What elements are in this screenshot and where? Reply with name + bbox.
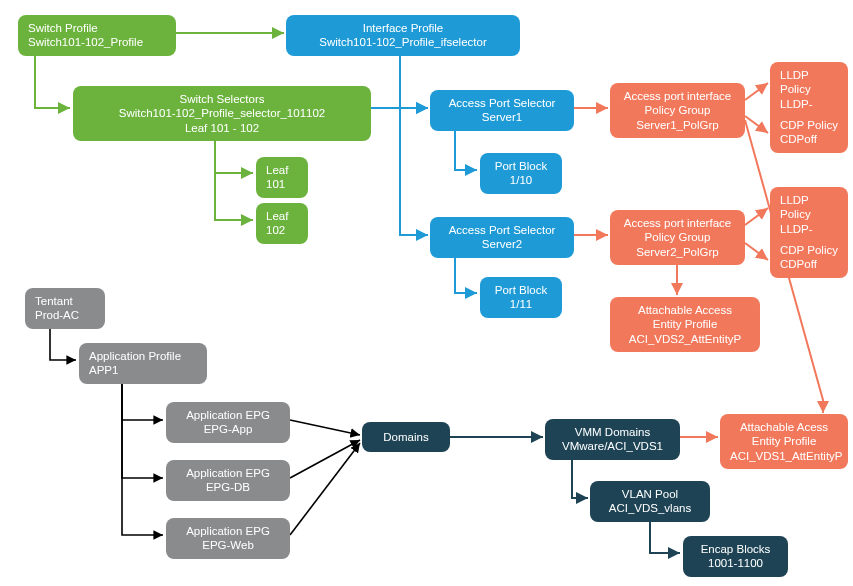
l2: CDPoff [780,257,838,271]
l1: VMM Domains [555,425,670,439]
encap-blocks: Encap Blocks 1001-1100 [683,536,788,577]
l2: Entity Profile [620,317,750,331]
label: Port Block [490,283,552,297]
label: Switch Selectors [83,92,361,106]
l2: EPG-Web [176,538,280,552]
vlan-pool: VLAN Pool ACI_VDS_vlans [590,481,710,522]
l1: Attachable Acess [730,420,838,434]
l3: Server1_PolGrp [620,118,735,132]
l2: Policy Group [620,103,735,117]
label: Switch Profile [28,21,166,35]
l2: ACI_VDS_vlans [600,501,700,515]
l3: ACI_VDS1_AttEntityP [730,449,838,463]
label: Leaf [266,163,298,177]
l1: Application Profile [89,349,197,363]
value: Switch101-102_Profile_ifselector [296,35,510,49]
aaep-vds1: Attachable Acess Entity Profile ACI_VDS1… [720,414,848,469]
value: 1/11 [490,297,552,311]
port-block-1-11: Port Block 1/11 [480,277,562,318]
l1: CDP Policy [780,243,838,257]
application-profile: Application Profile APP1 [79,343,207,384]
l1: LLDP Policy [780,68,838,97]
l1: Attachable Access [620,303,750,317]
policy-group-server1: Access port interface Policy Group Serve… [610,83,745,138]
l2: Prod-AC [35,308,95,322]
value: Switch101-102_Profile_selector_101102 [83,106,361,120]
l1: VLAN Pool [600,487,700,501]
cdp-policy-1: CDP Policy CDPoff [770,112,848,153]
value: 1/10 [490,173,552,187]
l1: LLDP Policy [780,193,838,222]
access-port-selector-server1: Access Port Selector Server1 [430,90,574,131]
l1: CDP Policy [780,118,838,132]
l2: 1001-1100 [693,556,778,570]
tenant: Tentant Prod-AC [25,288,105,329]
value: Server1 [440,110,564,124]
l2: APP1 [89,363,197,377]
label: Interface Profile [296,21,510,35]
label: Port Block [490,159,552,173]
l1: Tentant [35,294,95,308]
l1: Access port interface [620,216,735,230]
switch-profile: Switch Profile Switch101-102_Profile [18,15,176,56]
label: Access Port Selector [440,223,564,237]
l1: Domains [372,430,440,444]
label: Leaf [266,209,298,223]
l2: Policy Group [620,230,735,244]
vmm-domains: VMM Domains VMware/ACI_VDS1 [545,419,680,460]
aaep-vds2: Attachable Access Entity Profile ACI_VDS… [610,297,760,352]
value: Server2 [440,237,564,251]
value: Switch101-102_Profile [28,35,166,49]
access-port-selector-server2: Access Port Selector Server2 [430,217,574,258]
l2: EPG-DB [176,480,280,494]
l1: Application EPG [176,466,280,480]
policy-group-server2: Access port interface Policy Group Serve… [610,210,745,265]
l1: Encap Blocks [693,542,778,556]
leaf-101: Leaf 101 [256,157,308,198]
value2: Leaf 101 - 102 [83,121,361,135]
l2: CDPoff [780,132,838,146]
l1: Access port interface [620,89,735,103]
domains: Domains [362,422,450,452]
l2: VMware/ACI_VDS1 [555,439,670,453]
interface-profile: Interface Profile Switch101-102_Profile_… [286,15,520,56]
value: 101 [266,177,298,191]
l3: ACI_VDS2_AttEntityP [620,332,750,346]
cdp-policy-2: CDP Policy CDPoff [770,237,848,278]
switch-selectors: Switch Selectors Switch101-102_Profile_s… [73,86,371,141]
epg-web: Application EPG EPG-Web [166,518,290,559]
epg-app: Application EPG EPG-App [166,402,290,443]
value: 102 [266,223,298,237]
l2: Entity Profile [730,434,838,448]
l1: Application EPG [176,524,280,538]
epg-db: Application EPG EPG-DB [166,460,290,501]
l3: Server2_PolGrp [620,245,735,259]
port-block-1-10: Port Block 1/10 [480,153,562,194]
leaf-102: Leaf 102 [256,203,308,244]
l1: Application EPG [176,408,280,422]
label: Access Port Selector [440,96,564,110]
l2: EPG-App [176,422,280,436]
